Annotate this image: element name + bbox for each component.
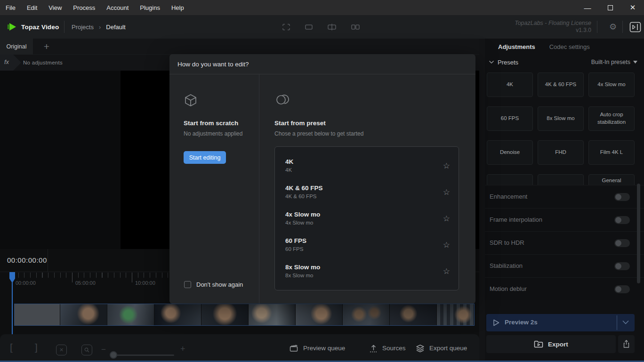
mark-out-button[interactable]: ] — [35, 342, 38, 353]
preset-item-title: 8x Slow mo — [285, 264, 459, 271]
preset-list-item-4k[interactable]: 4K 4K ☆ — [275, 154, 459, 181]
motion-deblur-toggle[interactable] — [614, 285, 630, 293]
header-divider — [597, 21, 597, 33]
preview-options-chevron-icon[interactable] — [622, 320, 629, 325]
filmstrip-thumbnail[interactable] — [249, 304, 295, 325]
sources-button[interactable]: Sources — [370, 334, 406, 362]
chevron-down-icon[interactable] — [489, 60, 494, 64]
preset-tile-8x-slow-mo[interactable]: 8x Slow mo — [538, 106, 584, 131]
menu-plugins[interactable]: Plugins — [134, 0, 166, 15]
export-queue-button[interactable]: Export queue — [416, 334, 467, 362]
logo-text: Topaz Video — [21, 24, 59, 31]
filmstrip-blank-segment[interactable] — [15, 304, 60, 325]
share-export-button[interactable] — [618, 335, 635, 353]
frame-interpolation-toggle[interactable] — [614, 216, 630, 224]
single-view-icon[interactable] — [304, 23, 314, 31]
timeline-zoom-knob[interactable] — [110, 351, 117, 359]
split-view-icon[interactable] — [327, 23, 337, 31]
menu-help[interactable]: Help — [166, 0, 190, 15]
zoom-to-fit-button[interactable] — [81, 345, 92, 355]
preset-tile-fhd[interactable]: FHD — [538, 140, 584, 165]
breadcrumb-projects[interactable]: Projects — [72, 24, 94, 31]
preset-list-item-4x-slow-mo[interactable]: 4x Slow mo 4x Slow mo ☆ — [275, 207, 459, 233]
preset-source-dropdown[interactable]: Built-In presets — [591, 59, 637, 65]
preset-list-item-8x-slow-mo[interactable]: 8x Slow mo 8x Slow mo ☆ — [275, 260, 459, 286]
timeline-zoom-slider[interactable] — [112, 354, 174, 356]
fullscreen-view-icon[interactable] — [282, 23, 291, 31]
favorite-star-icon[interactable]: ☆ — [443, 214, 450, 224]
preset-tile-clipped[interactable] — [538, 174, 584, 185]
filmstrip-thumbnail[interactable] — [296, 304, 342, 325]
preset-source-label: Built-In presets — [591, 59, 630, 65]
menu-edit[interactable]: Edit — [21, 0, 43, 15]
minimize-button[interactable]: — — [576, 0, 599, 15]
sdr-to-hdr-row: SDR to HDR — [485, 231, 644, 254]
filmstrip-thumbnail[interactable] — [107, 304, 154, 325]
license-info: TopazLabs - Floating License v1.3.0 — [515, 19, 591, 34]
favorite-star-icon[interactable]: ☆ — [443, 187, 450, 197]
menu-view[interactable]: View — [43, 0, 67, 15]
sdr-to-hdr-toggle[interactable] — [614, 239, 630, 247]
preset-tile-film-4k-l[interactable]: Film 4K L — [588, 140, 635, 165]
preset-tile-4k[interactable]: 4K — [487, 72, 533, 97]
minimize-icon: — — [584, 4, 591, 12]
favorite-star-icon[interactable]: ☆ — [443, 266, 450, 276]
maximize-button[interactable] — [599, 0, 621, 15]
sources-label: Sources — [382, 345, 406, 352]
close-icon: ✕ — [630, 3, 636, 12]
header-divider — [622, 21, 623, 33]
filmstrip-thumbnail[interactable] — [201, 304, 248, 325]
menu-account[interactable]: Account — [101, 0, 134, 15]
clapperboard-icon — [290, 344, 298, 352]
enhancement-toggle[interactable] — [614, 193, 630, 201]
preset-tile-auto-crop[interactable]: Auto crop stabilization — [588, 106, 635, 131]
tab-original[interactable]: Original — [0, 39, 33, 55]
zoom-out-button[interactable]: − — [101, 345, 106, 354]
preset-tile-60fps[interactable]: 60 FPS — [487, 106, 533, 131]
adjustments-panel: Adjustments Codec settings Presets Built… — [485, 39, 644, 362]
export-button[interactable]: Export — [486, 335, 616, 353]
stabilization-toggle[interactable] — [614, 262, 630, 270]
preview-button[interactable]: Preview 2s — [486, 314, 635, 331]
modal-title: How do you want to edit? — [169, 54, 475, 74]
start-editing-button[interactable]: Start editing — [184, 151, 226, 164]
fx-tag — [0, 55, 22, 71]
side-by-side-view-icon[interactable] — [350, 23, 361, 31]
clip-filmstrip[interactable] — [14, 304, 475, 326]
filmstrip-thumbnail[interactable] — [437, 304, 475, 325]
motion-deblur-label: Motion deblur — [490, 285, 527, 292]
preset-item-subtitle: 4x Slow mo — [285, 220, 459, 225]
preview-queue-button[interactable]: Preview queue — [290, 334, 345, 362]
preset-tile-4k-60fps[interactable]: 4K & 60 FPS — [538, 72, 584, 97]
favorite-star-icon[interactable]: ☆ — [443, 161, 450, 171]
preset-tile-clipped[interactable] — [487, 174, 533, 185]
preset-tile-4x-slow-mo[interactable]: 4x Slow mo — [588, 72, 635, 97]
add-tab-button[interactable]: + — [40, 39, 54, 55]
panel-scrollbar[interactable] — [637, 184, 640, 283]
preset-tile-general[interactable]: General — [588, 174, 635, 185]
app-logo: Topaz Video — [7, 15, 59, 39]
filmstrip-thumbnail[interactable] — [154, 304, 201, 325]
preset-list-item-60fps[interactable]: 60 FPS 60 FPS ☆ — [275, 233, 459, 260]
preset-heading: Start from preset — [274, 120, 326, 127]
menu-process[interactable]: Process — [67, 0, 101, 15]
filmstrip-thumbnail[interactable] — [390, 304, 436, 325]
favorite-star-icon[interactable]: ☆ — [443, 240, 450, 250]
preset-tile-denoise[interactable]: Denoise — [487, 140, 533, 165]
mark-in-button[interactable]: [ — [10, 342, 13, 353]
settings-button[interactable]: ⚙ — [604, 15, 622, 39]
dropdown-arrow-icon — [633, 61, 637, 64]
ruler-label: 10:00:00 — [135, 280, 155, 286]
menu-file[interactable]: File — [0, 0, 21, 15]
app-version: v1.3.0 — [515, 27, 591, 34]
filmstrip-thumbnail[interactable] — [343, 304, 389, 325]
enhancement-label: Enhancement — [490, 193, 527, 200]
preset-list-item-4k-60fps[interactable]: 4K & 60 FPS 4K & 60 FPS ☆ — [275, 181, 459, 207]
dont-show-checkbox[interactable] — [184, 281, 191, 288]
filmstrip-thumbnail[interactable] — [60, 304, 107, 325]
panel-toggle-button[interactable] — [626, 15, 644, 39]
close-button[interactable]: ✕ — [621, 0, 644, 15]
zoom-in-button[interactable]: + — [180, 344, 185, 354]
clear-selection-button[interactable]: ✕ — [56, 345, 67, 355]
frame-interpolation-label: Frame interpolation — [490, 216, 542, 223]
